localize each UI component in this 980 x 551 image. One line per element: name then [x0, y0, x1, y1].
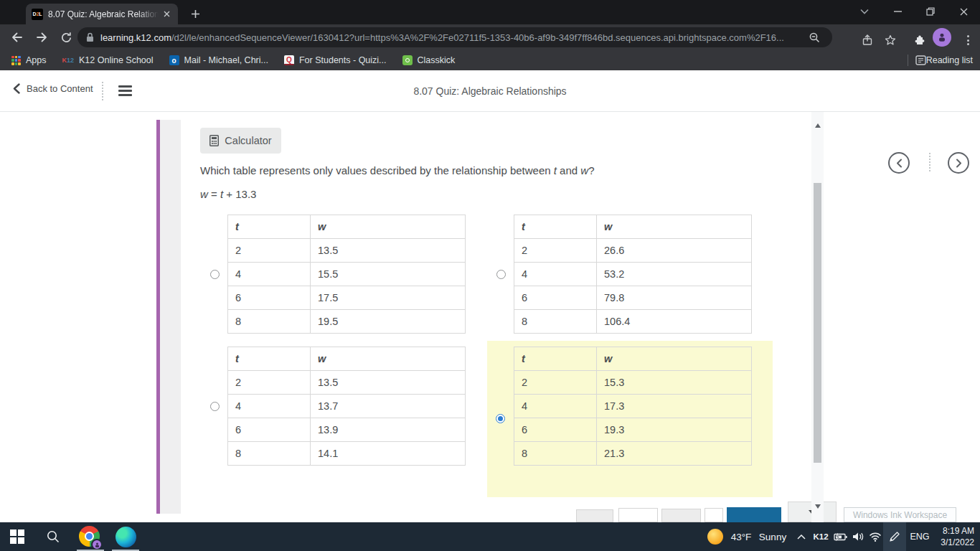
battery-icon[interactable] [831, 522, 849, 551]
sun-icon [707, 529, 723, 545]
bookmark-label: Apps [26, 55, 47, 65]
taskbar-clock[interactable]: 8:19 AM 3/1/2022 [918, 525, 974, 548]
k12-logo-icon: K12 [62, 57, 75, 64]
window-minimize-button[interactable] [881, 0, 914, 23]
bookmark-mail[interactable]: o Mail - Michael, Chri... [169, 55, 268, 65]
url-bar[interactable]: learning.k12.com/d2l/le/enhancedSequence… [77, 27, 832, 47]
question-nav-partial-button[interactable] [705, 508, 723, 522]
zoom-icon[interactable] [805, 28, 824, 47]
answer-table-3[interactable]: t w 213.5 413.7 613.9 814.1 [227, 347, 466, 466]
option-3-radio[interactable] [210, 402, 220, 411]
option-2-radio[interactable] [496, 270, 506, 279]
taskbar-edge-button[interactable] [115, 522, 136, 551]
weather-temp[interactable]: 43°F [729, 522, 753, 551]
chevron-left-icon [896, 159, 903, 168]
previous-page-button[interactable] [888, 152, 910, 174]
bookmark-for-students[interactable]: Q For Students - Quizi... [284, 55, 387, 65]
table-row: 215.3 [514, 371, 752, 395]
quizizz-icon: Q [284, 55, 294, 65]
cell-w: 19.5 [311, 310, 466, 334]
window-close-button[interactable] [947, 0, 980, 23]
answer-table-4-selected[interactable]: t w 215.3 417.3 619.3 821.3 [514, 347, 752, 466]
cell-t: 4 [514, 263, 597, 286]
scrollbar-up-arrow[interactable] [815, 123, 821, 128]
next-question-partial-button[interactable] [727, 507, 781, 522]
tab-search-chevron-icon[interactable] [848, 0, 881, 23]
weather-condition[interactable]: Sunny [757, 522, 788, 551]
browser-tab[interactable]: D2L 8.07 Quiz: Algebraic Relationships [26, 4, 178, 24]
scrollbar-down-arrow[interactable] [815, 504, 821, 509]
start-button[interactable] [6, 522, 29, 551]
table-row: 413.7 [228, 395, 466, 418]
url-path: /d2l/le/enhancedSequenceViewer/1630412?u… [171, 32, 784, 43]
cell-w: 13.5 [311, 371, 466, 395]
bookmark-apps[interactable]: Apps [11, 55, 47, 65]
windows-ink-button[interactable] [883, 522, 906, 551]
table-row: 821.3 [514, 442, 752, 466]
calculator-icon [209, 135, 219, 146]
forward-button[interactable] [32, 27, 52, 47]
back-button[interactable] [7, 27, 27, 47]
option-4-radio[interactable] [496, 414, 505, 423]
answer-table-1[interactable]: t w 213.5 415.5 617.5 819.5 [227, 215, 466, 334]
table-row: 226.6 [514, 239, 752, 263]
question-nav-partial-button[interactable] [661, 509, 701, 522]
cell-t: 8 [228, 442, 311, 466]
bookmark-k12-online-school[interactable]: K12 K12 Online School [62, 55, 154, 65]
table-header-row: t w [514, 215, 752, 239]
question-text: Which table represents only values descr… [200, 164, 595, 176]
header-cell-t: t [514, 347, 597, 371]
bookmark-star-icon[interactable] [881, 31, 900, 50]
profile-avatar[interactable] [933, 28, 951, 47]
next-page-button[interactable] [948, 152, 969, 174]
volume-icon[interactable] [849, 522, 867, 551]
question-nav-partial-button[interactable] [618, 508, 658, 522]
taskbar-chrome-button[interactable] [79, 526, 101, 548]
extensions-puzzle-icon[interactable] [910, 31, 928, 50]
table-row: 453.2 [514, 263, 752, 286]
answer-table-2[interactable]: t w 226.6 453.2 679.8 8106.4 [514, 215, 752, 334]
apps-grid-icon [11, 56, 21, 65]
taskbar-search-button[interactable] [42, 522, 65, 551]
windows-logo-icon [10, 529, 24, 544]
tab-close-icon[interactable] [161, 9, 172, 20]
tray-expand-button[interactable] [793, 522, 809, 551]
chevron-right-icon [956, 159, 962, 168]
header-cell-w: w [597, 215, 752, 239]
bookmark-classkick[interactable]: Classkick [402, 55, 456, 65]
scrollbar-thumb[interactable] [814, 183, 821, 463]
wifi-icon[interactable] [867, 522, 884, 551]
new-tab-button[interactable] [188, 6, 202, 21]
bookmark-label: Mail - Michael, Chri... [184, 55, 268, 65]
edge-icon [116, 527, 136, 547]
date-text: 3/1/2022 [918, 537, 974, 548]
share-icon[interactable] [858, 31, 877, 50]
reading-list-icon [915, 55, 926, 65]
browser-menu-icon[interactable] [958, 31, 977, 50]
header-cell-t: t [228, 347, 311, 371]
reload-button[interactable] [56, 27, 76, 47]
question-nav-partial-button[interactable] [576, 509, 613, 522]
cell-w: 19.3 [597, 418, 752, 442]
tray-k12-icon[interactable]: K12 [811, 522, 830, 551]
search-icon [46, 529, 60, 544]
table-row: 213.5 [228, 239, 466, 263]
header-cell-t: t [228, 215, 311, 239]
cell-w: 26.6 [597, 239, 752, 263]
reading-list-button[interactable]: Reading list [908, 55, 973, 66]
cell-w: 13.5 [311, 239, 466, 263]
question-segment: Which table represents only values descr… [200, 164, 554, 176]
cell-t: 8 [228, 310, 311, 334]
cell-w: 15.3 [597, 371, 752, 395]
option-1-radio[interactable] [210, 270, 220, 279]
calculator-button[interactable]: Calculator [200, 128, 281, 154]
variable-w: w [200, 188, 208, 200]
window-restore-button[interactable] [914, 0, 947, 23]
header-cell-w: w [597, 347, 752, 371]
cell-t: 4 [514, 395, 597, 418]
cell-w: 13.7 [311, 395, 466, 418]
variable-w: w [580, 164, 588, 176]
weather-button[interactable] [707, 522, 724, 551]
outlook-icon: o [169, 55, 179, 65]
lock-icon [86, 32, 94, 42]
